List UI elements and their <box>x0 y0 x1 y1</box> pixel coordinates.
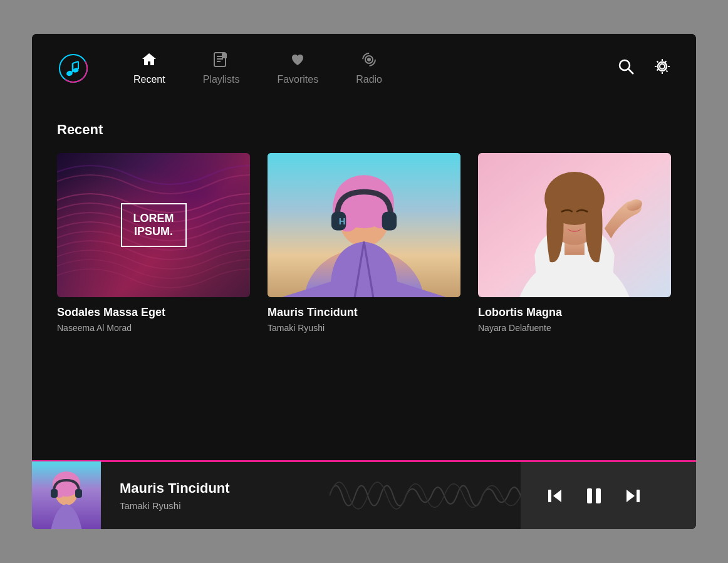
player-bar: Mauris Tincidunt Tamaki Ryushi <box>32 460 696 529</box>
nav-label-radio: Radio <box>356 74 382 85</box>
card-subtitle-3: Nayara Delafuente <box>478 323 671 333</box>
nav-label-favorites: Favorites <box>277 74 318 85</box>
svg-rect-43 <box>596 488 601 503</box>
prev-button[interactable] <box>546 487 564 505</box>
home-icon <box>141 51 157 70</box>
svg-rect-41 <box>548 490 551 502</box>
svg-line-4 <box>73 61 78 63</box>
svg-point-18 <box>660 64 665 69</box>
nav-bar: Recent ♪ Playlists <box>32 34 696 103</box>
card-subtitle-2: Tamaki Ryushi <box>268 323 460 333</box>
svg-marker-40 <box>553 490 561 502</box>
svg-marker-44 <box>627 490 635 502</box>
music-card-3[interactable]: Lobortis Magna Nayara Delafuente <box>478 153 671 333</box>
nav-item-favorites[interactable]: Favorites <box>258 45 337 92</box>
nav-item-recent[interactable]: Recent <box>115 45 184 92</box>
section-title: Recent <box>57 122 671 138</box>
svg-rect-45 <box>637 490 640 502</box>
app-logo <box>57 52 90 85</box>
search-button[interactable] <box>617 58 635 80</box>
lorem-text-1: LOREM <box>133 212 174 226</box>
playlists-icon: ♪ <box>213 51 229 70</box>
nav-label-recent: Recent <box>133 74 165 85</box>
music-card-2[interactable]: H Mauris Tincidunt Tamaki Ryushi <box>268 153 460 333</box>
svg-point-13 <box>367 58 371 61</box>
settings-button[interactable] <box>653 58 671 80</box>
svg-rect-42 <box>587 488 592 503</box>
nav-label-playlists: Playlists <box>203 74 240 85</box>
card-image-2: H <box>268 153 460 297</box>
lorem-text-2: IPSUM. <box>133 225 174 238</box>
svg-text:♪: ♪ <box>223 53 226 58</box>
nav-item-playlists[interactable]: ♪ Playlists <box>184 45 259 92</box>
svg-rect-38 <box>51 489 58 498</box>
main-content: Recent <box>32 103 696 460</box>
pause-button[interactable] <box>583 485 605 507</box>
card-title-3: Lobortis Magna <box>478 306 671 319</box>
nav-item-radio[interactable]: Radio <box>337 45 401 92</box>
card-subtitle-1: Naseema Al Morad <box>57 323 250 333</box>
player-artist: Tamaki Ryushi <box>120 500 311 511</box>
app-container: Recent ♪ Playlists <box>32 34 696 529</box>
player-controls <box>521 462 696 529</box>
music-card-1[interactable]: LOREM IPSUM. Sodales Massa Eget Naseema … <box>57 153 250 333</box>
cards-grid: LOREM IPSUM. Sodales Massa Eget Naseema … <box>57 153 671 333</box>
player-title: Mauris Tincidunt <box>120 480 311 497</box>
nav-right <box>617 58 671 80</box>
svg-rect-39 <box>75 489 82 498</box>
card-image-3 <box>478 153 671 297</box>
player-info: Mauris Tincidunt Tamaki Ryushi <box>101 480 330 511</box>
heart-icon <box>289 51 306 70</box>
card-title-1: Sodales Massa Eget <box>57 306 250 319</box>
svg-text:H: H <box>339 216 346 226</box>
nav-items: Recent ♪ Playlists <box>115 45 617 92</box>
card-image-1: LOREM IPSUM. <box>57 153 250 297</box>
waveform <box>330 462 521 529</box>
svg-point-16 <box>620 60 630 70</box>
next-button[interactable] <box>623 487 642 505</box>
svg-line-17 <box>628 69 633 74</box>
svg-rect-27 <box>382 212 397 231</box>
card-title-2: Mauris Tincidunt <box>268 306 460 319</box>
radio-icon <box>361 51 377 70</box>
player-thumbnail <box>32 461 101 530</box>
